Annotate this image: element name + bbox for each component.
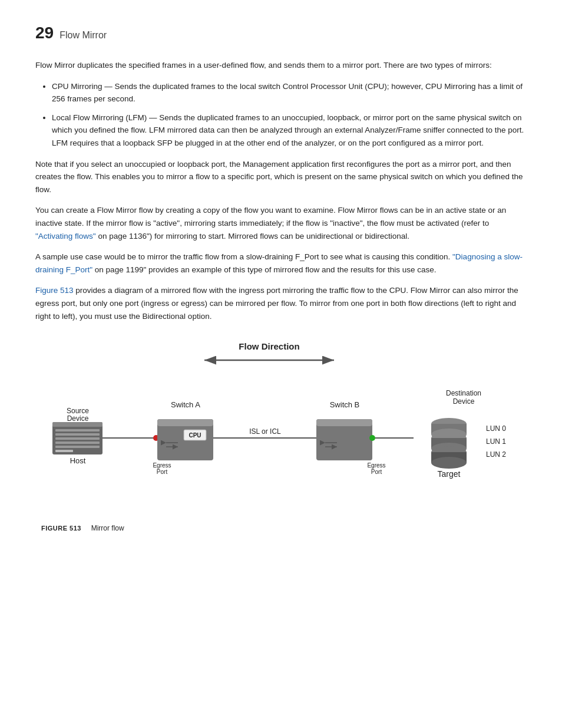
- lun2-label: LUN 2: [486, 450, 506, 459]
- paragraph3: A sample use case would be to mirror the…: [35, 251, 527, 276]
- chapter-header: 29 Flow Mirror: [35, 24, 527, 42]
- paragraph3b-text: on page 1199" provides an example of thi…: [92, 265, 436, 274]
- bullet-item-1: CPU Mirroring — Sends the duplicated fra…: [52, 80, 527, 106]
- intro-paragraph: Flow Mirror duplicates the specified fra…: [35, 59, 527, 72]
- note-paragraph: Note that if you select an unoccupied or…: [35, 158, 527, 196]
- figure-caption: FIGURE 513 Mirror flow: [35, 524, 527, 532]
- host-label: Host: [70, 456, 86, 465]
- drive-slot-2: [55, 433, 100, 436]
- lun1-label: LUN 1: [486, 437, 506, 446]
- egress-port-right-1: Egress: [367, 462, 385, 469]
- drive-slot-3: [55, 437, 100, 440]
- figure-number: FIGURE 513: [41, 525, 81, 532]
- switch-b-top: [316, 419, 372, 426]
- drive-slot-4: [55, 442, 100, 444]
- destination-label-1: Destination: [446, 389, 481, 397]
- flow-direction-label: Flow Direction: [239, 341, 299, 351]
- figure513-link[interactable]: Figure 513: [35, 286, 74, 295]
- figure-container: Flow Direction: [35, 337, 527, 532]
- destination-label-2: Device: [453, 397, 475, 406]
- switch-b-label: Switch B: [330, 400, 360, 409]
- source-device-label-2: Device: [67, 414, 89, 423]
- switch-a-top: [157, 419, 213, 426]
- source-device-label-1: Source: [67, 407, 89, 415]
- switch-a-label: Switch A: [171, 400, 200, 409]
- paragraph3-text: A sample use case would be to mirror the…: [35, 252, 452, 261]
- egress-port-left-2: Port: [157, 469, 168, 475]
- drive-slot-6: [55, 450, 73, 452]
- egress-port-left-1: Egress: [153, 462, 171, 469]
- activating-flows-link[interactable]: "Activating flows": [35, 232, 96, 241]
- figure-caption-text: Mirror flow: [91, 524, 124, 532]
- paragraph2b-text: on page 1136") for mirroring to start. M…: [96, 232, 409, 241]
- green-dot-right: [369, 435, 375, 441]
- figure-svg: Flow Direction: [39, 337, 523, 519]
- target-label: Target: [438, 469, 461, 479]
- drive-slot-1: [55, 429, 100, 431]
- lun0-label: LUN 0: [486, 424, 506, 433]
- figure-caption-spacer: [83, 524, 89, 532]
- bullet-list: CPU Mirroring — Sends the duplicated fra…: [52, 80, 527, 150]
- paragraph2: You can create a Flow Mirror flow by cre…: [35, 204, 527, 242]
- egress-port-right-2: Port: [371, 469, 382, 475]
- chapter-number: 29: [35, 24, 54, 42]
- chapter-title: Flow Mirror: [59, 30, 107, 41]
- isl-label: ISL or ICL: [249, 427, 281, 436]
- disk-bottom-3: [431, 457, 467, 469]
- source-device-top: [52, 422, 103, 427]
- paragraph4: Figure 513 provides a diagram of a mirro…: [35, 284, 527, 322]
- cpu-label: CPU: [189, 432, 201, 439]
- bullet-item-2: Local Flow Mirroring (LFM) — Sends the d…: [52, 111, 527, 150]
- drive-slot-5: [55, 446, 100, 448]
- paragraph4b-text: provides a diagram of a mirrored flow wi…: [35, 286, 518, 320]
- page: 29 Flow Mirror Flow Mirror duplicates th…: [0, 0, 562, 562]
- paragraph2-text: You can create a Flow Mirror flow by cre…: [35, 206, 506, 228]
